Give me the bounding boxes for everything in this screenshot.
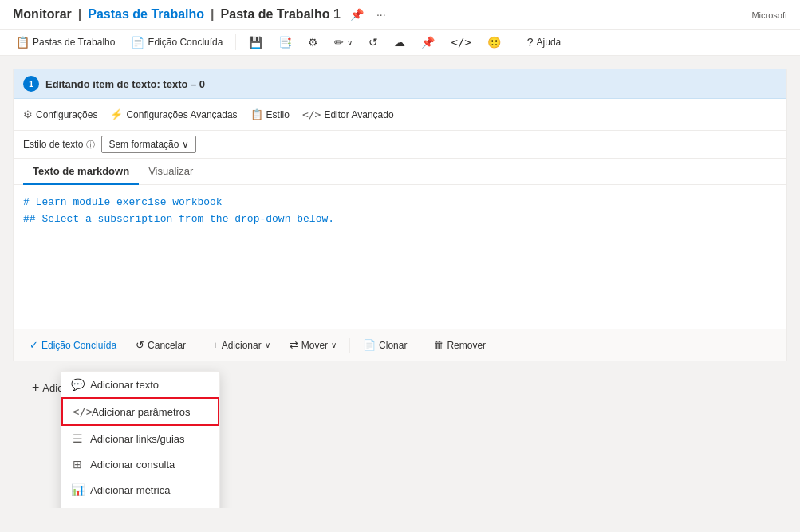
- style-label: Estilo de texto ⓘ: [23, 139, 95, 151]
- toolbar-settings[interactable]: ⚙: [301, 33, 325, 52]
- main-content: 1 Editando item de texto: texto – 0 ⚙ Co…: [0, 56, 800, 508]
- separator-2: |: [211, 7, 214, 22]
- code-line-1: # Learn module exercise workbook: [23, 195, 777, 211]
- cancelar-icon: ↺: [136, 339, 144, 351]
- tab-markdown-label: Texto de markdown: [33, 165, 129, 177]
- cloud-icon: ☁: [394, 36, 405, 49]
- mover-btn[interactable]: ⇄ Mover ∨: [283, 336, 343, 354]
- copy-icon: 📑: [278, 36, 292, 49]
- nav-editor-avancado-label: Editor Avançado: [324, 109, 393, 120]
- toolbar-edit-arrow: ∨: [347, 38, 353, 47]
- subtitle: Microsoft: [751, 10, 787, 20]
- nav-configuracoes-label: Configurações: [36, 109, 97, 120]
- add-plus-icon: +: [32, 380, 39, 395]
- toolbar-pin[interactable]: 📌: [415, 33, 441, 52]
- clonar-btn[interactable]: 📄 Clonar: [357, 336, 413, 354]
- mover-arrow: ∨: [331, 341, 337, 349]
- style-dropdown-value: Sem formatação: [108, 139, 179, 150]
- code-editor[interactable]: # Learn module exercise workbook ## Sele…: [14, 185, 786, 329]
- separator-1: |: [78, 7, 81, 22]
- dropdown-add-links[interactable]: ☰ Adicionar links/guias: [61, 426, 219, 451]
- style-info-icon[interactable]: ⓘ: [86, 139, 95, 151]
- nav-estilo[interactable]: 📋 Estilo: [250, 105, 290, 124]
- configuracoes-icon: ⚙: [23, 108, 33, 120]
- pastas-icon: 📋: [16, 36, 30, 49]
- editor-title: Editando item de texto: texto – 0: [45, 78, 205, 90]
- clonar-icon: 📄: [363, 339, 376, 351]
- settings-icon: ⚙: [308, 36, 318, 49]
- adicionar-arrow: ∨: [265, 341, 270, 349]
- style-dropdown[interactable]: Sem formatação ∨: [101, 136, 196, 153]
- add-area: + Adicionar ∨ 💬 Adicionar texto </> Adic…: [13, 371, 787, 404]
- title-bar: Monitorar | Pastas de Trabalho | Pasta d…: [0, 0, 800, 30]
- tab-visualizar-label: Visualizar: [148, 165, 193, 177]
- adicionar-icon: +: [212, 339, 219, 351]
- code-line-empty-1: [23, 228, 777, 245]
- tab-visualizar[interactable]: Visualizar: [139, 159, 203, 185]
- bottom-bar: ✓ Edição Concluída ↺ Cancelar + Adiciona…: [14, 329, 786, 361]
- toolbar: 📋 Pastas de Trabalho 📄 Edição Concluída …: [0, 30, 800, 56]
- pin-button[interactable]: 📌: [347, 6, 367, 22]
- toolbar-refresh[interactable]: ↺: [362, 33, 384, 52]
- add-metrica-label: Adicionar métrica: [90, 484, 170, 496]
- toolbar-save[interactable]: 💾: [242, 33, 269, 52]
- conf-avancadas-icon: ⚡: [110, 108, 123, 120]
- more-button[interactable]: ···: [373, 6, 389, 22]
- emoji-icon: 🙂: [487, 36, 501, 49]
- add-consulta-label: Adicionar consulta: [90, 459, 175, 471]
- edit-icon: ✏: [334, 36, 344, 49]
- bottom-sep-1: [199, 338, 199, 353]
- dropdown-add-consulta[interactable]: ⊞ Adicionar consulta: [61, 451, 219, 477]
- nav-editor-avancado[interactable]: </> Editor Avançado: [302, 105, 394, 124]
- add-texto-icon: 💬: [71, 378, 84, 391]
- editor-nav: ⚙ Configurações ⚡ Configurações Avançada…: [14, 99, 786, 131]
- toolbar-emoji[interactable]: 🙂: [481, 33, 507, 52]
- toolbar-sep-2: [514, 34, 514, 50]
- toolbar-pastas[interactable]: 📋 Pastas de Trabalho: [10, 33, 121, 52]
- dropdown-add-grupo[interactable]: ⊡ Adicionar grupo: [61, 502, 219, 508]
- pin-toolbar-icon: 📌: [421, 36, 435, 49]
- editor-card: 1 Editando item de texto: texto – 0 ⚙ Co…: [13, 69, 787, 361]
- mover-label: Mover: [301, 340, 328, 351]
- toolbar-cloud[interactable]: ☁: [388, 33, 412, 52]
- toolbar-code[interactable]: </>: [444, 33, 477, 52]
- nav-conf-avancadas[interactable]: ⚡ Configurações Avançadas: [110, 105, 237, 124]
- code-line-2: ## Select a subscription from the drop-d…: [23, 211, 777, 228]
- dropdown-menu: 💬 Adicionar texto </> Adicionar parâmetr…: [61, 371, 220, 508]
- toolbar-edicao[interactable]: 📄 Edição Concluída: [124, 33, 229, 52]
- section-pastas[interactable]: Pastas de Trabalho: [88, 7, 204, 22]
- edicao-concluida-label: Edição Concluída: [41, 340, 116, 351]
- title-bar-main: Monitorar | Pastas de Trabalho | Pasta d…: [13, 6, 389, 22]
- content-tabs: Texto de markdown Visualizar: [14, 159, 786, 185]
- code-line-empty-3: [23, 261, 777, 278]
- dropdown-add-parametros[interactable]: </> Adicionar parâmetros: [61, 397, 219, 426]
- dropdown-add-texto[interactable]: 💬 Adicionar texto: [61, 372, 219, 397]
- dropdown-add-metrica[interactable]: 📊 Adicionar métrica: [61, 477, 219, 502]
- add-parametros-icon: </>: [73, 405, 85, 418]
- remover-label: Remover: [447, 340, 486, 351]
- bottom-sep-3: [420, 338, 420, 353]
- clonar-label: Clonar: [379, 340, 407, 351]
- tab-markdown[interactable]: Texto de markdown: [23, 159, 139, 185]
- cancelar-btn[interactable]: ↺ Cancelar: [129, 336, 192, 354]
- toolbar-copy[interactable]: 📑: [272, 33, 298, 52]
- adicionar-label: Adicionar: [222, 340, 262, 351]
- nav-configuracoes[interactable]: ⚙ Configurações: [23, 105, 97, 124]
- cancelar-label: Cancelar: [148, 340, 186, 351]
- bottom-sep-2: [349, 338, 350, 353]
- toolbar-edit[interactable]: ✏ ∨: [328, 33, 359, 52]
- section-pasta1: Pasta de Trabalho 1: [221, 7, 341, 22]
- code-line-empty-4: [23, 278, 777, 294]
- edicao-concluida-btn[interactable]: ✓ Edição Concluída: [23, 336, 123, 354]
- toolbar-pastas-label: Pastas de Trabalho: [33, 37, 115, 48]
- toolbar-help[interactable]: ? Ajuda: [521, 33, 568, 52]
- adicionar-btn[interactable]: + Adicionar ∨: [206, 336, 277, 354]
- add-consulta-icon: ⊞: [71, 458, 84, 471]
- nav-conf-avancadas-label: Configurações Avançadas: [126, 109, 237, 120]
- style-bar: Estilo de texto ⓘ Sem formatação ∨: [14, 131, 786, 159]
- toolbar-sep-1: [235, 34, 236, 50]
- toolbar-edicao-label: Edição Concluída: [148, 37, 223, 48]
- remover-btn[interactable]: 🗑 Remover: [427, 336, 492, 354]
- editor-header: 1 Editando item de texto: texto – 0: [14, 69, 786, 99]
- remover-icon: 🗑: [433, 339, 443, 351]
